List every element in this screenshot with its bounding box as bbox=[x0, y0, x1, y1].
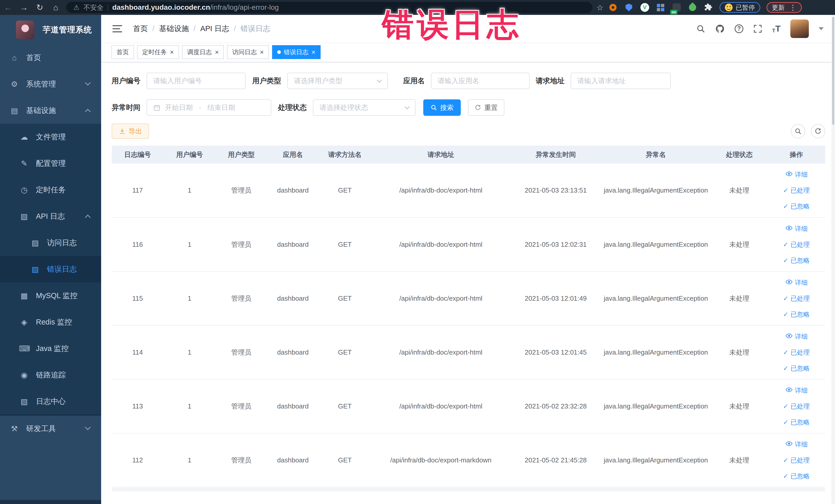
tab-调度日志[interactable]: 调度日志× bbox=[182, 45, 224, 59]
download-icon bbox=[119, 128, 125, 135]
user-id-input[interactable] bbox=[147, 73, 246, 89]
reset-button[interactable]: 重置 bbox=[468, 99, 504, 116]
check-icon: ✓ bbox=[783, 257, 789, 264]
tab-定时任务[interactable]: 定时任务× bbox=[137, 45, 179, 59]
avatar-caret-icon[interactable] bbox=[819, 27, 824, 30]
app-logo-row[interactable]: 芋道管理系统 bbox=[0, 15, 101, 44]
github-icon[interactable] bbox=[715, 24, 725, 34]
sidebar-item-访问日志[interactable]: ▨访问日志 bbox=[0, 229, 101, 256]
tab-访问日志[interactable]: 访问日志× bbox=[227, 45, 269, 59]
menu-kebab-icon[interactable]: ⋮ bbox=[789, 3, 796, 12]
app-name-input[interactable] bbox=[431, 73, 530, 89]
cell-method: GET bbox=[319, 164, 371, 218]
mark-ignored-link[interactable]: ✓已忽略 bbox=[770, 360, 823, 376]
detail-link[interactable]: 详细 bbox=[770, 167, 823, 183]
home-icon[interactable]: ⌂ bbox=[48, 3, 64, 12]
sidebar: 芋道管理系统 ⌂首页⚙系统管理▤基础设施☁文件管理✎配置管理◷定时任务▨API … bbox=[0, 15, 101, 504]
toggle-search-button[interactable] bbox=[791, 124, 805, 138]
action-label: 已忽略 bbox=[790, 310, 810, 319]
paused-extension-chip[interactable]: 已暂停 bbox=[719, 2, 760, 13]
breadcrumb-item[interactable]: API 日志 bbox=[200, 24, 229, 34]
cell-app: dashboard bbox=[267, 218, 319, 271]
sidebar-item-label: 访问日志 bbox=[47, 238, 77, 248]
chrome-update-button[interactable]: 更新 ⋮ bbox=[767, 2, 802, 13]
mark-ignored-link[interactable]: ✓已忽略 bbox=[770, 468, 823, 484]
extension-shield-icon[interactable] bbox=[624, 3, 634, 12]
detail-link[interactable]: 详细 bbox=[770, 328, 823, 344]
column-header-异常发生时间: 异常发生时间 bbox=[511, 146, 600, 164]
date-range-picker[interactable]: 开始日期 - 结束日期 bbox=[147, 99, 271, 116]
mark-processed-link[interactable]: ✓已处理 bbox=[770, 237, 823, 253]
scrollbar-thumb[interactable] bbox=[832, 17, 834, 125]
sidebar-item-api-日志[interactable]: ▨API 日志 bbox=[0, 203, 101, 229]
status-select[interactable]: 请选择处理状态 bbox=[313, 99, 415, 116]
mark-processed-link[interactable]: ✓已处理 bbox=[770, 344, 823, 360]
font-size-icon[interactable]: TT bbox=[772, 24, 780, 34]
sidebar-item-mysql-监控[interactable]: ▦MySQL 监控 bbox=[0, 282, 101, 309]
sidebar-item-定时任务[interactable]: ◷定时任务 bbox=[0, 177, 101, 203]
sidebar-item-链路追踪[interactable]: ◉链路追踪 bbox=[0, 362, 101, 388]
request-url-input[interactable] bbox=[571, 73, 671, 89]
mark-processed-link[interactable]: ✓已处理 bbox=[770, 452, 823, 468]
forward-icon[interactable]: → bbox=[16, 3, 32, 12]
breadcrumb-item[interactable]: 首页 bbox=[133, 24, 148, 34]
mark-processed-link[interactable]: ✓已处理 bbox=[770, 290, 823, 306]
extension-leaf-icon[interactable] bbox=[688, 3, 697, 12]
mark-ignored-link[interactable]: ✓已忽略 bbox=[770, 414, 823, 430]
detail-link[interactable]: 详细 bbox=[770, 275, 823, 290]
back-icon[interactable]: ← bbox=[0, 3, 16, 12]
reload-icon[interactable]: ↻ bbox=[32, 3, 48, 12]
search-button[interactable]: 搜索 bbox=[423, 99, 461, 116]
cell-app: dashboard bbox=[267, 379, 319, 433]
sidebar-item-java-监控[interactable]: ⌨Java 监控 bbox=[0, 335, 101, 362]
user-avatar[interactable] bbox=[790, 20, 809, 38]
detail-link[interactable]: 详细 bbox=[770, 382, 823, 398]
tab-首页[interactable]: 首页 bbox=[111, 45, 134, 59]
sidebar-item-研发工具[interactable]: ⚒研发工具 bbox=[0, 416, 101, 442]
eye-icon bbox=[785, 279, 793, 286]
bookmark-star-icon[interactable]: ☆ bbox=[596, 3, 604, 12]
main-area: 首页/基础设施/API 日志/错误日志 ? TT 首页定时任务×调度日志×访问日… bbox=[101, 15, 835, 504]
mark-processed-link[interactable]: ✓已处理 bbox=[770, 183, 823, 199]
sidebar-item-错误日志[interactable]: ▨错误日志 bbox=[0, 256, 101, 282]
extension-orange-icon[interactable] bbox=[608, 3, 618, 12]
help-icon[interactable]: ? bbox=[735, 24, 744, 33]
sidebar-item-日志中心[interactable]: ▨日志中心 bbox=[0, 388, 101, 415]
sidebar-item-配置管理[interactable]: ✎配置管理 bbox=[0, 150, 101, 177]
export-button[interactable]: 导出 bbox=[111, 123, 149, 139]
extension-v-icon[interactable]: V bbox=[640, 3, 650, 12]
hamburger-icon[interactable] bbox=[113, 25, 122, 32]
mark-ignored-link[interactable]: ✓已忽略 bbox=[770, 199, 823, 215]
close-icon[interactable]: × bbox=[312, 49, 315, 56]
page-scrollbar[interactable] bbox=[831, 15, 835, 504]
user-type-select[interactable]: 请选择用户类型 bbox=[287, 73, 388, 89]
close-icon[interactable]: × bbox=[215, 49, 219, 56]
close-icon[interactable]: × bbox=[260, 49, 264, 56]
breadcrumb-item[interactable]: 基础设施 bbox=[159, 24, 189, 34]
mark-ignored-link[interactable]: ✓已忽略 bbox=[770, 306, 823, 322]
extension-grid-icon[interactable] bbox=[656, 3, 666, 12]
table-scroll-track[interactable] bbox=[111, 488, 825, 491]
sidebar-item-redis-监控[interactable]: ◈Redis 监控 bbox=[0, 309, 101, 335]
refresh-icon bbox=[475, 104, 481, 111]
mark-ignored-link[interactable]: ✓已忽略 bbox=[770, 253, 823, 268]
detail-link[interactable]: 详细 bbox=[770, 221, 823, 237]
extension-on-icon[interactable]: on bbox=[672, 3, 681, 12]
sidebar-item-系统管理[interactable]: ⚙系统管理 bbox=[0, 71, 101, 97]
sidebar-item-首页[interactable]: ⌂首页 bbox=[0, 44, 101, 71]
action-label: 详细 bbox=[795, 224, 808, 233]
extensions-puzzle-icon[interactable] bbox=[704, 3, 713, 12]
sidebar-item-文件管理[interactable]: ☁文件管理 bbox=[0, 124, 101, 150]
fullscreen-icon[interactable] bbox=[753, 24, 762, 33]
cell-time: 2021-05-02 21:45:28 bbox=[511, 433, 600, 487]
close-icon[interactable]: × bbox=[170, 49, 174, 56]
tab-错误日志[interactable]: 错误日志× bbox=[272, 45, 321, 59]
user-id-label: 用户编号 bbox=[111, 76, 140, 86]
url-domain: dashboard.yudao.iocoder.cn bbox=[112, 3, 210, 11]
mark-processed-link[interactable]: ✓已处理 bbox=[770, 398, 823, 414]
sidebar-item-基础设施[interactable]: ▤基础设施 bbox=[0, 97, 101, 124]
detail-link[interactable]: 详细 bbox=[770, 436, 823, 452]
check-icon: ✓ bbox=[783, 349, 789, 356]
refresh-table-button[interactable] bbox=[811, 124, 825, 138]
search-icon[interactable] bbox=[696, 24, 705, 33]
